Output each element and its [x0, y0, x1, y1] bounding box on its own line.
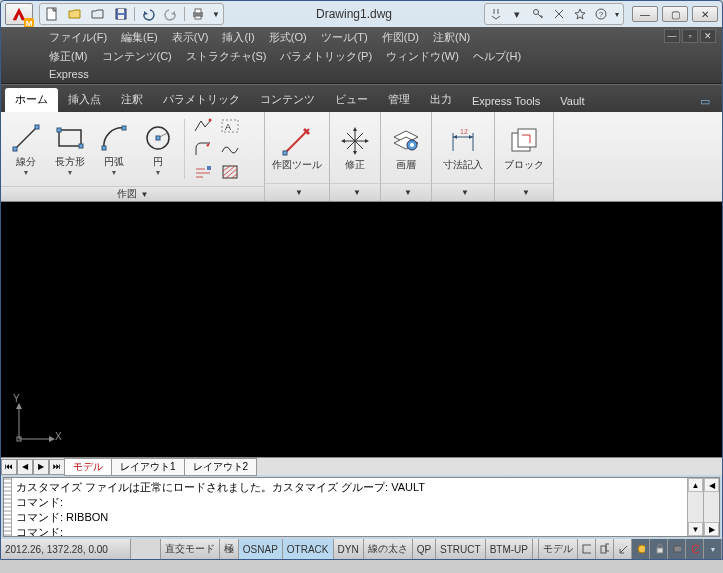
help-dropdown-icon[interactable]: ▾ — [612, 5, 622, 23]
layout-nav-last[interactable]: ⏭ — [49, 459, 65, 475]
tool-rectangle[interactable]: 長方形▼ — [49, 120, 91, 178]
status-tray-workspace-icon[interactable] — [632, 539, 650, 559]
menu-insert[interactable]: 挿入(I) — [222, 30, 254, 45]
tab-express-tools[interactable]: Express Tools — [462, 91, 550, 112]
tool-layers[interactable]: 画層 — [385, 123, 427, 172]
menu-structure[interactable]: ストラクチャ(S) — [186, 49, 267, 64]
status-quickview-drawings-icon[interactable] — [596, 539, 614, 559]
tool-circle[interactable]: 円▼ — [137, 120, 179, 178]
panel-layers-title[interactable]: ▼ — [381, 183, 431, 201]
command-grip[interactable] — [4, 478, 12, 536]
menu-file[interactable]: ファイル(F) — [49, 30, 107, 45]
status-annoscale-icon[interactable] — [614, 539, 632, 559]
layout-tab-model[interactable]: モデル — [64, 458, 112, 476]
menu-modify[interactable]: 修正(M) — [49, 49, 88, 64]
status-btmup[interactable]: BTM-UP — [486, 539, 533, 559]
tab-home[interactable]: ホーム — [5, 88, 58, 112]
status-tray-hardware-icon[interactable] — [668, 539, 686, 559]
menu-window[interactable]: ウィンドウ(W) — [386, 49, 459, 64]
menu-help[interactable]: ヘルプ(H) — [473, 49, 521, 64]
tab-parametric[interactable]: パラメトリック — [153, 88, 250, 112]
command-text[interactable]: カスタマイズ ファイルは正常にロードされました。カスタマイズ グループ: VAU… — [12, 478, 687, 536]
tool-block[interactable]: ブロック — [499, 123, 549, 172]
menu-express[interactable]: Express — [49, 68, 89, 80]
maximize-button[interactable]: ▢ — [662, 6, 688, 22]
layout-tab-layout2[interactable]: レイアウト2 — [184, 458, 258, 476]
tool-line[interactable]: 線分▼ — [5, 120, 47, 178]
search-icon[interactable] — [486, 5, 506, 23]
menu-view[interactable]: 表示(V) — [172, 30, 209, 45]
command-scrollbar[interactable]: ▲ ▼ — [687, 478, 703, 536]
status-osnap[interactable]: OSNAP — [239, 539, 283, 559]
tool-drawtools[interactable]: 作図ツール — [269, 123, 325, 172]
menu-tools[interactable]: ツール(T) — [321, 30, 368, 45]
qat-dropdown-icon[interactable]: ▼ — [210, 5, 222, 23]
qat-redo-icon[interactable] — [160, 5, 182, 23]
status-coords[interactable]: 2012.26, 1372.28, 0.00 — [1, 539, 131, 559]
status-model-button[interactable]: モデル — [539, 539, 578, 559]
minimize-button[interactable]: — — [632, 6, 658, 22]
exchange-icon[interactable] — [549, 5, 569, 23]
tool-mtext-icon[interactable]: A — [217, 115, 243, 137]
layout-nav-prev[interactable]: ◀ — [17, 459, 33, 475]
status-ortho[interactable]: 直交モード — [161, 539, 220, 559]
command-scrollbar-h[interactable]: ◀ ▶ — [703, 478, 719, 536]
tab-content[interactable]: コンテンツ — [250, 88, 325, 112]
tab-output[interactable]: 出力 — [420, 88, 462, 112]
status-quickview-layouts-icon[interactable] — [578, 539, 596, 559]
scroll-left-icon[interactable]: ◀ — [704, 478, 719, 492]
tab-manage[interactable]: 管理 — [378, 88, 420, 112]
mdi-close-button[interactable]: ✕ — [700, 29, 716, 43]
qat-print-icon[interactable] — [187, 5, 209, 23]
app-menu-button[interactable]: M — [5, 3, 33, 25]
layout-tab-layout1[interactable]: レイアウト1 — [111, 458, 185, 476]
tool-arc[interactable]: 円弧▼ — [93, 120, 135, 178]
drawing-area[interactable]: Y X — [1, 202, 722, 457]
help-icon[interactable]: ? — [591, 5, 611, 23]
status-struct[interactable]: STRUCT — [436, 539, 486, 559]
tab-view[interactable]: ビュー — [325, 88, 378, 112]
status-qp[interactable]: QP — [413, 539, 436, 559]
tool-polyline-icon[interactable] — [190, 115, 216, 137]
tool-fillet-icon[interactable] — [190, 138, 216, 160]
scroll-down-icon[interactable]: ▼ — [688, 522, 703, 536]
status-tray-isolate-icon[interactable] — [686, 539, 704, 559]
status-lweight[interactable]: 線の太さ — [364, 539, 413, 559]
qat-open-dwg-icon[interactable] — [87, 5, 109, 23]
scroll-right-icon[interactable]: ▶ — [704, 522, 719, 536]
tool-hatch-icon[interactable] — [217, 161, 243, 183]
menu-edit[interactable]: 編集(E) — [121, 30, 158, 45]
status-tray-cleanscreen-icon[interactable]: ▾ — [704, 539, 722, 559]
tool-ellipse-icon[interactable] — [190, 161, 216, 183]
status-tray-lock-icon[interactable] — [650, 539, 668, 559]
qat-save-icon[interactable] — [110, 5, 132, 23]
qat-new-icon[interactable] — [41, 5, 63, 23]
tab-insert[interactable]: 挿入点 — [58, 88, 111, 112]
panel-dimension-title[interactable]: ▼ — [432, 183, 494, 201]
menu-draw[interactable]: 作図(D) — [382, 30, 419, 45]
panel-modify-title[interactable]: ▼ — [330, 183, 380, 201]
menu-content[interactable]: コンテンツ(C) — [102, 49, 172, 64]
mdi-minimize-button[interactable]: — — [664, 29, 680, 43]
layout-nav-first[interactable]: ⏮ — [1, 459, 17, 475]
panel-drawtools-title[interactable]: ▼ — [265, 183, 329, 201]
tool-spline-icon[interactable] — [217, 138, 243, 160]
status-otrack[interactable]: OTRACK — [283, 539, 334, 559]
status-polar[interactable]: 極 — [220, 539, 239, 559]
menu-dimension[interactable]: 注釈(N) — [433, 30, 470, 45]
panel-block-title[interactable]: ▼ — [495, 183, 553, 201]
menu-parametric[interactable]: パラメトリック(P) — [280, 49, 372, 64]
tool-dimension[interactable]: 12 寸法記入 — [436, 123, 490, 172]
mdi-restore-button[interactable]: ▫ — [682, 29, 698, 43]
scroll-up-icon[interactable]: ▲ — [688, 478, 703, 492]
ribbon-panel-toggle-icon[interactable]: ▭ — [692, 91, 718, 112]
tab-annotate[interactable]: 注釈 — [111, 88, 153, 112]
qat-undo-icon[interactable] — [137, 5, 159, 23]
status-dyn[interactable]: DYN — [334, 539, 364, 559]
panel-draw-title[interactable]: 作図▼ — [1, 186, 264, 201]
key-icon[interactable] — [528, 5, 548, 23]
tool-modify[interactable]: 修正 — [334, 123, 376, 172]
menu-format[interactable]: 形式(O) — [269, 30, 307, 45]
close-button[interactable]: ✕ — [692, 6, 718, 22]
tab-vault[interactable]: Vault — [550, 91, 594, 112]
